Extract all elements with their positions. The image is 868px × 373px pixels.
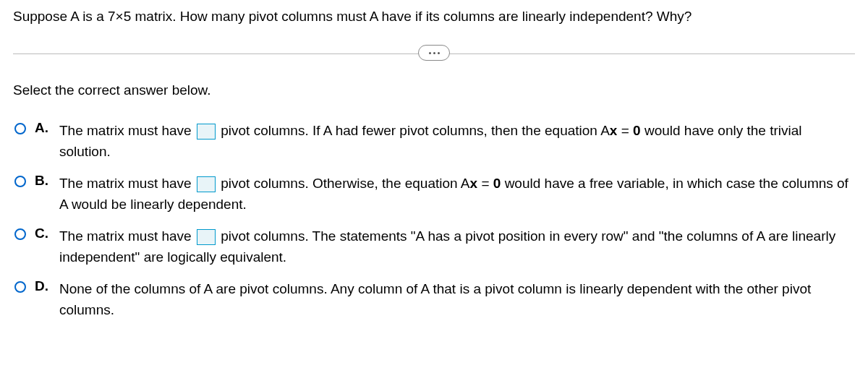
option-d[interactable]: D. None of the columns of A are pivot co…: [14, 278, 855, 321]
option-a-text: The matrix must have pivot columns. If A…: [59, 120, 855, 163]
instruction-text: Select the correct answer below.: [13, 82, 855, 98]
option-b-text: The matrix must have pivot columns. Othe…: [59, 173, 855, 215]
option-b[interactable]: B. The matrix must have pivot columns. O…: [14, 173, 855, 215]
text-part: =: [617, 123, 633, 138]
option-d-label: D.: [35, 278, 51, 294]
option-c[interactable]: C. The matrix must have pivot columns. T…: [14, 226, 855, 268]
bold-x: x: [610, 123, 618, 138]
option-c-text: The matrix must have pivot columns. The …: [59, 226, 855, 268]
radio-b[interactable]: [14, 176, 26, 187]
bold-zero: 0: [493, 176, 501, 191]
blank-input-c[interactable]: [197, 229, 216, 245]
option-b-label: B.: [35, 173, 51, 189]
text-part: The matrix must have: [59, 228, 195, 244]
radio-d[interactable]: [14, 281, 26, 293]
text-part: pivot columns. If A had fewer pivot colu…: [217, 123, 610, 138]
option-a-label: A.: [35, 120, 51, 136]
question-text: Suppose A is a 7×5 matrix. How many pivo…: [13, 9, 855, 25]
blank-input-a[interactable]: [197, 124, 216, 140]
option-c-label: C.: [35, 226, 51, 241]
text-part: The matrix must have: [59, 123, 195, 138]
radio-a[interactable]: [14, 123, 26, 134]
section-divider: [13, 45, 855, 62]
options-group: A. The matrix must have pivot columns. I…: [13, 120, 855, 321]
option-a[interactable]: A. The matrix must have pivot columns. I…: [14, 120, 855, 163]
bold-zero: 0: [633, 123, 641, 138]
bold-x: x: [470, 176, 478, 191]
option-d-text: None of the columns of A are pivot colum…: [59, 278, 855, 321]
blank-input-b[interactable]: [197, 176, 216, 192]
radio-c[interactable]: [14, 228, 26, 240]
text-part: =: [477, 176, 493, 191]
text-part: The matrix must have: [59, 176, 195, 191]
expand-pill[interactable]: [418, 45, 450, 61]
text-part: pivot columns. Otherwise, the equation A: [217, 176, 470, 191]
